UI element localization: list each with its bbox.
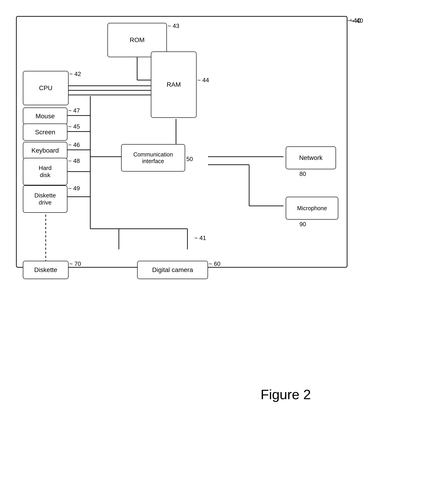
keyboard-ref: ~ 46 — [68, 141, 80, 148]
microphone-box: Microphone — [286, 197, 338, 220]
diagram-container: ⤷ 40 ~ 40 ROM ~ 43 CPU ~ 42 RAM ~ 44 Mou… — [9, 9, 439, 482]
diskette-drive-box: Diskette drive — [23, 185, 67, 213]
network-box: Network — [286, 146, 336, 169]
mouse-ref: ~ 47 — [68, 107, 80, 114]
keyboard-box: Keyboard — [23, 142, 67, 159]
diskette-ref: ~ 70 — [69, 260, 81, 267]
rom-ref: ~ 43 — [167, 22, 179, 30]
screen-box: Screen — [23, 124, 67, 141]
comm-interface-box: Communication interface — [121, 144, 185, 172]
cpu-box: CPU — [23, 71, 69, 105]
diskette-box: Diskette — [23, 261, 69, 279]
hard-disk-ref: ~ 48 — [68, 157, 80, 164]
comm-interface-ref: 50 — [186, 156, 193, 163]
digital-camera-ref: ~ 60 — [209, 260, 220, 267]
microphone-ref: 90 — [299, 221, 306, 228]
screen-ref: ~ 45 — [68, 123, 80, 130]
cpu-ref: ~ 42 — [69, 71, 81, 78]
ref-outer-box-tilde: ~ 40 — [347, 17, 361, 24]
network-ref: 80 — [299, 170, 306, 177]
digital-camera-box: Digital camera — [137, 261, 208, 279]
ram-ref: ~ 44 — [197, 77, 209, 84]
diskette-drive-ref: ~ 49 — [68, 185, 80, 192]
figure-label: Figure 2 — [260, 387, 311, 402]
bus-ref: ~ 41 — [194, 234, 206, 241]
ram-box: RAM — [151, 51, 196, 118]
hard-disk-box: Hard disk — [23, 158, 67, 185]
mouse-box: Mouse — [23, 107, 67, 125]
